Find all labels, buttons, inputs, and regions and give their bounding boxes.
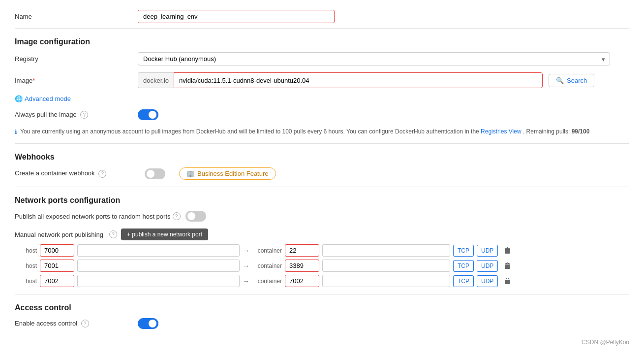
table-row: host → container TCP UDP 🗑 [15,275,629,287]
delete-port-2[interactable]: 🗑 [501,261,515,271]
host-port-1[interactable] [40,244,74,257]
always-pull-label: Always pull the image ? [15,111,138,119]
image-input[interactable] [174,72,543,88]
tcp-btn-1[interactable]: TCP [453,245,474,257]
arrow-icon-1: → [243,247,249,255]
arrow-icon-3: → [243,277,249,285]
tcp-btn-2[interactable]: TCP [453,260,474,272]
registries-view-link[interactable]: Registries View [481,128,521,135]
udp-btn-1[interactable]: UDP [477,245,498,257]
publish-new-port-button[interactable]: + publish a new network port [121,228,208,240]
container-port-2[interactable] [285,260,319,272]
access-control-toggle[interactable] [138,318,158,329]
manual-network-label: Manual network port publishing [15,231,103,238]
create-webhook-label: Create a container webhook ? [15,169,138,178]
container-port-3[interactable] [285,275,319,287]
search-button[interactable]: 🔍 Search [549,74,594,87]
publish-all-toggle[interactable] [185,211,206,222]
network-ports-title: Network ports configuration [15,196,629,205]
always-pull-help-icon[interactable]: ? [80,111,88,119]
table-row: host → container TCP UDP 🗑 [15,260,629,272]
image-prefix: docker.io [138,72,174,88]
webhook-help-icon[interactable]: ? [98,170,106,178]
host-port-extra-2[interactable] [77,260,240,272]
info-icon: ℹ [15,128,17,136]
image-label: Image* [15,77,138,84]
enable-access-help-icon[interactable]: ? [81,320,89,327]
container-label-3: container [252,278,282,285]
registry-label: Registry [15,55,138,63]
delete-port-1[interactable]: 🗑 [501,245,515,256]
globe-icon: 🌐 [15,95,23,102]
search-icon: 🔍 [556,77,564,84]
delete-port-3[interactable]: 🗑 [501,276,515,287]
table-row: host → container TCP UDP 🗑 [15,244,629,257]
container-port-1[interactable] [285,244,319,257]
name-label: Name [15,13,138,20]
enable-access-label: Enable access control ? [15,320,138,328]
container-label-2: container [252,262,282,269]
webhooks-title: Webhooks [15,153,629,162]
container-port-extra-1[interactable] [322,244,450,257]
host-port-extra-1[interactable] [77,244,240,257]
manual-network-help-icon[interactable]: ? [109,230,117,238]
udp-btn-3[interactable]: UDP [477,275,498,287]
container-port-extra-3[interactable] [322,275,450,287]
host-label-2: host [15,262,37,269]
registry-select[interactable]: Docker Hub (anonymous) Docker Hub (authe… [138,52,610,65]
host-label-3: host [15,278,37,285]
webhook-toggle[interactable] [145,168,165,179]
container-label-1: container [252,247,282,254]
publish-all-label: Publish all exposed network ports to ran… [15,213,171,220]
info-text: ℹ You are currently using an anonymous a… [15,127,629,136]
host-port-extra-3[interactable] [77,275,240,287]
business-edition-button[interactable]: 🏢 Business Edition Feature [179,167,276,180]
host-port-3[interactable] [40,275,74,287]
building-icon: 🏢 [186,170,194,177]
host-port-2[interactable] [40,260,74,272]
udp-btn-2[interactable]: UDP [477,260,498,272]
image-config-title: Image configuration [15,37,629,46]
host-label-1: host [15,247,37,254]
footer-text: CSDN @PellyKoo [15,339,629,346]
advanced-mode-link[interactable]: 🌐 Advanced mode [15,95,629,102]
container-port-extra-2[interactable] [322,260,450,272]
name-input[interactable] [138,10,335,23]
always-pull-toggle[interactable] [138,109,158,120]
publish-all-help-icon[interactable]: ? [173,212,181,220]
access-control-title: Access control [15,303,629,312]
arrow-icon-2: → [243,262,249,270]
tcp-btn-3[interactable]: TCP [453,275,474,287]
